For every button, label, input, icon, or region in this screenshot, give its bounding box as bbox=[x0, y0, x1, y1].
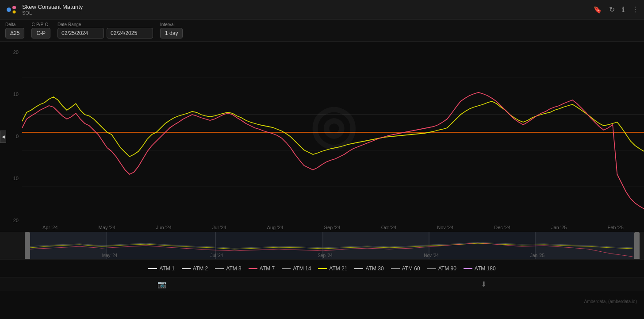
x-label-jun24: Jun '24 bbox=[156, 225, 172, 230]
interval-label: Interval bbox=[160, 22, 183, 27]
legend-item-atm2: ATM 2 bbox=[182, 265, 208, 272]
bookmark-icon[interactable]: 🔖 bbox=[593, 5, 602, 14]
more-icon[interactable]: ⋮ bbox=[632, 5, 639, 14]
x-label-oct24: Oct '24 bbox=[381, 225, 397, 230]
date-start-input[interactable] bbox=[58, 28, 104, 38]
x-label-nov24: Nov '24 bbox=[437, 225, 453, 230]
info-icon[interactable]: ℹ bbox=[622, 5, 625, 14]
cp-group: C-P/P-C C-P bbox=[31, 22, 50, 38]
legend-label-atm90: ATM 90 bbox=[438, 265, 456, 272]
svg-point-0 bbox=[7, 8, 11, 12]
y-label-neg20: -20 bbox=[3, 218, 19, 223]
legend-line-atm60 bbox=[391, 268, 400, 269]
x-label-apr24: Apr '24 bbox=[42, 225, 58, 230]
legend-bar: ATM 1 ATM 2 ATM 3 ATM 7 ATM 14 ATM 21 AT… bbox=[0, 259, 644, 277]
header-actions: 🔖 ↻ ℹ ⋮ bbox=[593, 5, 639, 14]
legend-item-atm30: ATM 30 bbox=[354, 265, 383, 272]
main-chart-area: ◀ 20 10 0 -10 -20 ◎ Apr '24 May '24 Jun … bbox=[0, 42, 644, 232]
y-label-neg10: -10 bbox=[3, 176, 19, 181]
x-label-feb25: Feb '25 bbox=[607, 225, 623, 230]
legend-label-atm60: ATM 60 bbox=[402, 265, 420, 272]
date-range-label: Date Range bbox=[58, 22, 153, 27]
svg-rect-20 bbox=[634, 232, 640, 259]
overview-svg: May '24 Jul '24 Sep '24 Nov '24 Jan '25 bbox=[0, 232, 644, 259]
legend-line-atm30 bbox=[354, 268, 363, 269]
legend-item-atm1: ATM 1 bbox=[148, 265, 174, 272]
credit-label: Amberdata, (amberdata.io) bbox=[584, 299, 637, 304]
delta-button[interactable]: Δ25 bbox=[5, 28, 24, 38]
refresh-icon[interactable]: ↻ bbox=[609, 5, 615, 14]
svg-text:May '24: May '24 bbox=[102, 253, 118, 258]
legend-item-atm60: ATM 60 bbox=[391, 265, 420, 272]
legend-line-atm14 bbox=[282, 268, 291, 269]
credit-text: Amberdata, (amberdata.io) bbox=[584, 299, 637, 304]
legend-line-atm1 bbox=[148, 268, 157, 269]
controls-bar: Delta Δ25 C-P/P-C C-P Date Range Interva… bbox=[0, 19, 644, 42]
svg-text:◎: ◎ bbox=[310, 96, 357, 155]
app-logo bbox=[5, 4, 18, 16]
legend-item-atm90: ATM 90 bbox=[427, 265, 456, 272]
legend-label-atm1: ATM 1 bbox=[159, 265, 174, 272]
overview-bar[interactable]: May '24 Jul '24 Sep '24 Nov '24 Jan '25 bbox=[0, 232, 644, 259]
legend-label-atm180: ATM 180 bbox=[475, 265, 496, 272]
date-range-group: Date Range bbox=[58, 22, 153, 38]
date-end-input[interactable] bbox=[107, 28, 153, 38]
delta-group: Delta Δ25 bbox=[5, 22, 24, 38]
legend-item-atm14: ATM 14 bbox=[282, 265, 311, 272]
interval-button[interactable]: 1 day bbox=[160, 28, 183, 38]
x-label-sep24: Sep '24 bbox=[324, 225, 341, 230]
svg-point-2 bbox=[13, 10, 16, 13]
legend-line-atm180 bbox=[464, 268, 472, 269]
main-chart-svg: ◎ bbox=[22, 42, 644, 223]
svg-text:Jul '24: Jul '24 bbox=[211, 253, 223, 258]
legend-label-atm2: ATM 2 bbox=[193, 265, 208, 272]
y-label-20: 20 bbox=[3, 50, 19, 55]
x-label-jul24: Jul '24 bbox=[212, 225, 226, 230]
svg-text:Nov '24: Nov '24 bbox=[424, 253, 439, 258]
delta-label: Delta bbox=[5, 22, 24, 27]
legend-item-atm7: ATM 7 bbox=[249, 265, 275, 272]
legend-line-atm2 bbox=[182, 268, 191, 269]
x-axis: Apr '24 May '24 Jun '24 Jul '24 Aug '24 … bbox=[22, 223, 644, 232]
footer: 📷 ⬇ bbox=[0, 277, 644, 291]
x-label-jan25: Jan '25 bbox=[551, 225, 567, 230]
cp-label: C-P/P-C bbox=[31, 22, 50, 27]
legend-label-atm3: ATM 3 bbox=[226, 265, 241, 272]
cp-button[interactable]: C-P bbox=[31, 28, 50, 38]
svg-text:Sep '24: Sep '24 bbox=[318, 253, 333, 258]
legend-label-atm14: ATM 14 bbox=[293, 265, 311, 272]
legend-label-atm7: ATM 7 bbox=[260, 265, 275, 272]
legend-line-atm7 bbox=[249, 268, 257, 269]
app-title: Skew Constant Maturity bbox=[22, 4, 83, 10]
date-range-inputs bbox=[58, 28, 153, 38]
legend-line-atm90 bbox=[427, 268, 436, 269]
footer-actions: 📷 ⬇ bbox=[0, 278, 644, 290]
camera-button[interactable]: 📷 bbox=[154, 278, 170, 290]
header-title: Skew Constant Maturity SOL bbox=[22, 4, 83, 15]
legend-item-atm21: ATM 21 bbox=[318, 265, 347, 272]
x-label-aug24: Aug '24 bbox=[267, 225, 284, 230]
collapse-button[interactable]: ◀ bbox=[0, 131, 6, 143]
legend-item-atm3: ATM 3 bbox=[215, 265, 241, 272]
interval-group: Interval 1 day bbox=[160, 22, 183, 38]
download-button[interactable]: ⬇ bbox=[477, 278, 490, 290]
y-label-10: 10 bbox=[3, 92, 19, 97]
legend-label-atm21: ATM 21 bbox=[329, 265, 347, 272]
x-label-dec24: Dec '24 bbox=[494, 225, 510, 230]
x-label-may24: May '24 bbox=[99, 225, 115, 230]
svg-rect-19 bbox=[25, 232, 30, 259]
svg-point-1 bbox=[12, 6, 16, 9]
legend-label-atm30: ATM 30 bbox=[365, 265, 383, 272]
header: Skew Constant Maturity SOL 🔖 ↻ ℹ ⋮ bbox=[0, 0, 644, 19]
legend-item-atm180: ATM 180 bbox=[464, 265, 496, 272]
legend-line-atm21 bbox=[318, 268, 327, 269]
svg-text:Jan '25: Jan '25 bbox=[530, 253, 544, 258]
legend-line-atm3 bbox=[215, 268, 224, 269]
app-subtitle: SOL bbox=[22, 10, 83, 15]
